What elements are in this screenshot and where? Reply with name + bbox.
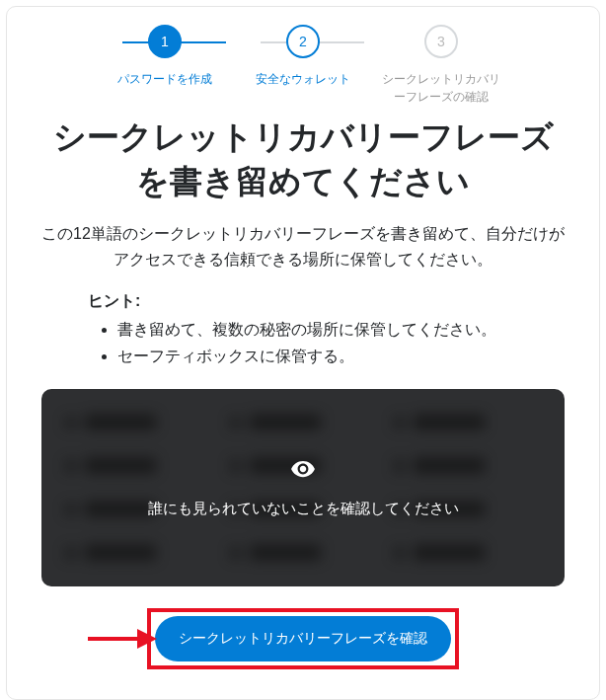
page-title: シークレットリカバリーフレーズを書き留めてください	[37, 116, 569, 203]
hint-item: セーフティボックスに保管する。	[117, 345, 530, 369]
step-1-circle: 1	[148, 25, 182, 58]
step-3-circle: 3	[424, 25, 458, 58]
step-3-label: シークレットリカバリーフレーズの確認	[377, 70, 505, 106]
seed-reveal-overlay[interactable]: 誰にも見られていないことを確認してください	[41, 389, 565, 586]
step-2: 2 安全なウォレット	[234, 25, 372, 88]
action-row: シークレットリカバリーフレーズを確認	[37, 608, 569, 669]
step-2-label: 安全なウォレット	[256, 70, 350, 88]
hint-item: 書き留めて、複数の秘密の場所に保管してください。	[117, 318, 530, 343]
step-1-label: パスワードを作成	[117, 70, 212, 88]
highlight-box: シークレットリカバリーフレーズを確認	[147, 608, 459, 669]
seed-phrase-box[interactable]: 誰にも見られていないことを確認してください	[41, 389, 565, 586]
stepper: 1 パスワードを作成 2 安全なウォレット 3 シークレットリカバリーフレーズの…	[37, 25, 569, 106]
highlight-arrow-icon	[86, 627, 157, 651]
step-3: 3 シークレットリカバリーフレーズの確認	[372, 25, 510, 106]
hints-list: 書き留めて、複数の秘密の場所に保管してください。 セーフティボックスに保管する。	[117, 318, 530, 369]
hints-section: ヒント: 書き留めて、複数の秘密の場所に保管してください。 セーフティボックスに…	[88, 291, 530, 369]
onboarding-card: 1 パスワードを作成 2 安全なウォレット 3 シークレットリカバリーフレーズの…	[6, 6, 600, 700]
svg-marker-1	[137, 629, 157, 649]
step-1: 1 パスワードを作成	[96, 25, 234, 88]
step-2-circle: 2	[286, 25, 320, 58]
confirm-seed-button[interactable]: シークレットリカバリーフレーズを確認	[155, 616, 451, 661]
hints-title: ヒント:	[88, 291, 530, 312]
eye-icon	[290, 456, 316, 482]
description: この12単語のシークレットリカバリーフレーズを書き留めて、自分だけがアクセスでき…	[37, 221, 569, 272]
seed-reveal-prompt: 誰にも見られていないことを確認してください	[148, 500, 459, 518]
